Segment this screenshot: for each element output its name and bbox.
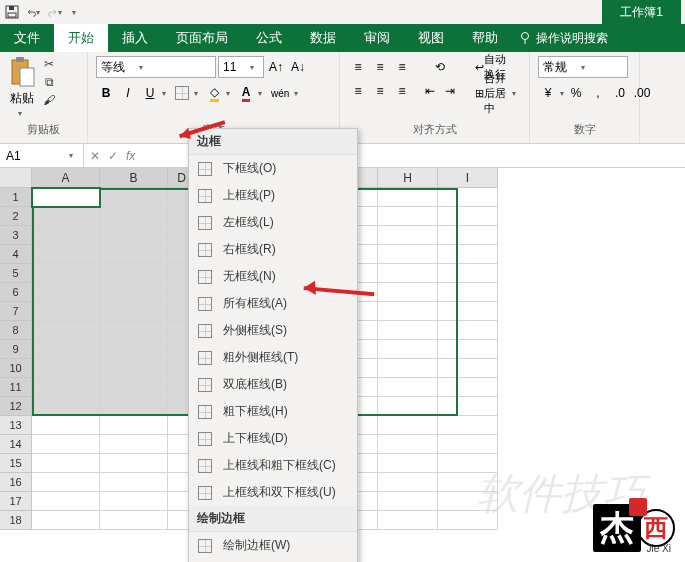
cell[interactable]	[100, 321, 168, 340]
cell[interactable]	[378, 302, 438, 321]
cell[interactable]	[438, 283, 498, 302]
row-header-18[interactable]: 18	[0, 511, 32, 530]
orientation-icon[interactable]: ⟲	[420, 56, 460, 78]
col-header-A[interactable]: A	[32, 168, 100, 188]
cell[interactable]	[378, 359, 438, 378]
row-header-14[interactable]: 14	[0, 435, 32, 454]
cancel-formula-icon[interactable]: ✕	[90, 149, 100, 163]
cell[interactable]	[32, 492, 100, 511]
row-header-2[interactable]: 2	[0, 207, 32, 226]
row-header-10[interactable]: 10	[0, 359, 32, 378]
redo-icon[interactable]: ▾	[48, 4, 64, 20]
tab-formulas[interactable]: 公式	[242, 24, 296, 52]
align-center-icon[interactable]: ≡	[370, 80, 390, 102]
cell[interactable]	[438, 359, 498, 378]
cell[interactable]	[32, 321, 100, 340]
cell[interactable]	[100, 245, 168, 264]
paste-button[interactable]: 粘贴 ▾	[8, 56, 36, 118]
cell[interactable]	[378, 473, 438, 492]
border-button[interactable]	[172, 82, 192, 104]
cell[interactable]	[32, 378, 100, 397]
cell[interactable]	[32, 340, 100, 359]
row-header-9[interactable]: 9	[0, 340, 32, 359]
bold-button[interactable]: B	[96, 82, 116, 104]
cell[interactable]	[100, 340, 168, 359]
font-name-select[interactable]: 等线▾	[96, 56, 216, 78]
cell[interactable]	[32, 283, 100, 302]
undo-icon[interactable]: ▾	[26, 4, 42, 20]
cell[interactable]	[100, 302, 168, 321]
cell[interactable]	[438, 188, 498, 207]
select-all-corner[interactable]	[0, 168, 32, 188]
row-header-4[interactable]: 4	[0, 245, 32, 264]
fill-color-icon[interactable]: ◇	[204, 82, 224, 104]
row-header-8[interactable]: 8	[0, 321, 32, 340]
row-header-5[interactable]: 5	[0, 264, 32, 283]
cell[interactable]	[378, 435, 438, 454]
cell[interactable]	[100, 378, 168, 397]
underline-button[interactable]: U	[140, 82, 160, 104]
tell-me-search[interactable]: 操作说明搜索	[518, 24, 608, 52]
cell[interactable]	[100, 359, 168, 378]
tab-help[interactable]: 帮助	[458, 24, 512, 52]
decrease-font-icon[interactable]: A↓	[288, 56, 308, 78]
cell[interactable]	[32, 416, 100, 435]
cell[interactable]	[378, 416, 438, 435]
cell[interactable]	[378, 492, 438, 511]
cell[interactable]	[100, 283, 168, 302]
menu-border-top[interactable]: 上框线(P)	[189, 182, 357, 209]
enter-formula-icon[interactable]: ✓	[108, 149, 118, 163]
cell[interactable]	[438, 378, 498, 397]
cell[interactable]	[32, 226, 100, 245]
align-middle-icon[interactable]: ≡	[370, 56, 390, 78]
decrease-decimal-icon[interactable]: .00	[632, 82, 652, 104]
cell[interactable]	[378, 454, 438, 473]
cell[interactable]	[438, 207, 498, 226]
tab-file[interactable]: 文件	[0, 24, 54, 52]
menu-border-left[interactable]: 左框线(L)	[189, 209, 357, 236]
cell[interactable]	[378, 511, 438, 530]
col-header-H[interactable]: H	[378, 168, 438, 188]
cell[interactable]	[100, 264, 168, 283]
fx-icon[interactable]: fx	[126, 149, 135, 163]
tab-layout[interactable]: 页面布局	[162, 24, 242, 52]
cell[interactable]	[32, 511, 100, 530]
cell[interactable]	[32, 473, 100, 492]
cell[interactable]	[32, 397, 100, 416]
cell[interactable]	[32, 359, 100, 378]
menu-border-thick-bottom[interactable]: 粗下框线(H)	[189, 398, 357, 425]
cell[interactable]	[378, 188, 438, 207]
cell[interactable]	[32, 207, 100, 226]
menu-border-top-bottom[interactable]: 上下框线(D)	[189, 425, 357, 452]
align-bottom-icon[interactable]: ≡	[392, 56, 412, 78]
currency-icon[interactable]: ¥	[538, 82, 558, 104]
menu-border-none[interactable]: 无框线(N)	[189, 263, 357, 290]
cell[interactable]	[438, 264, 498, 283]
cell[interactable]	[438, 226, 498, 245]
align-right-icon[interactable]: ≡	[392, 80, 412, 102]
decrease-indent-icon[interactable]: ⇤	[420, 80, 440, 102]
tab-review[interactable]: 审阅	[350, 24, 404, 52]
cell[interactable]	[100, 435, 168, 454]
tab-home[interactable]: 开始	[54, 24, 108, 52]
cell[interactable]	[438, 321, 498, 340]
tab-insert[interactable]: 插入	[108, 24, 162, 52]
row-header-16[interactable]: 16	[0, 473, 32, 492]
cell[interactable]	[438, 302, 498, 321]
cell[interactable]	[378, 378, 438, 397]
row-header-1[interactable]: 1	[0, 188, 32, 207]
row-header-7[interactable]: 7	[0, 302, 32, 321]
cell[interactable]	[378, 207, 438, 226]
align-left-icon[interactable]: ≡	[348, 80, 368, 102]
cell[interactable]	[32, 245, 100, 264]
cell[interactable]	[100, 454, 168, 473]
row-header-12[interactable]: 12	[0, 397, 32, 416]
tab-data[interactable]: 数据	[296, 24, 350, 52]
copy-icon[interactable]: ⧉	[40, 74, 58, 90]
cell[interactable]	[438, 435, 498, 454]
qat-customize-icon[interactable]: ▾	[70, 4, 78, 20]
tab-view[interactable]: 视图	[404, 24, 458, 52]
percent-icon[interactable]: %	[566, 82, 586, 104]
increase-indent-icon[interactable]: ⇥	[440, 80, 460, 102]
cell[interactable]	[438, 340, 498, 359]
